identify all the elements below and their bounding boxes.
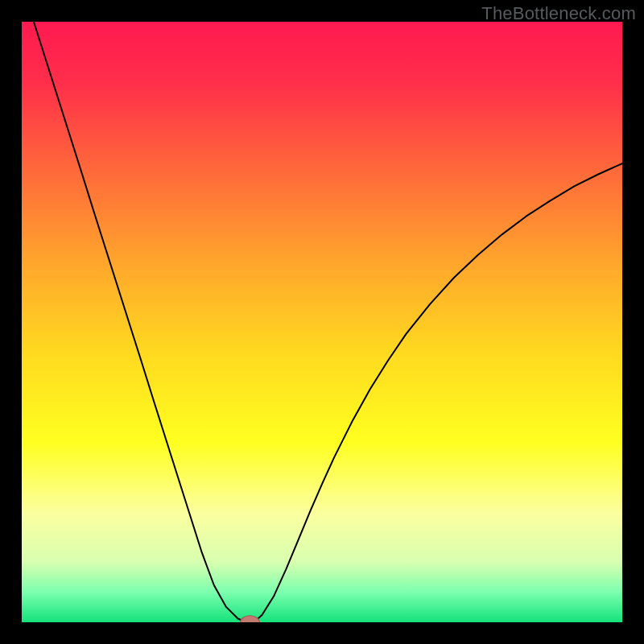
watermark-text: TheBottleneck.com [481, 3, 636, 24]
chart-frame: TheBottleneck.com [0, 0, 644, 644]
bottleneck-chart [22, 22, 622, 622]
gradient-background [22, 22, 622, 622]
